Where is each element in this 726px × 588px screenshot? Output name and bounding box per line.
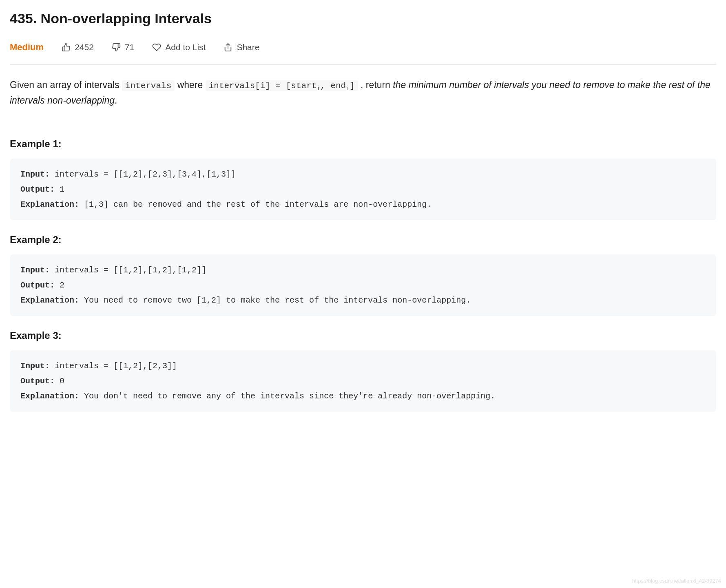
output-label: Output:	[20, 185, 55, 194]
code-intervals-i: intervals[i] = [starti, endi]	[206, 80, 358, 91]
downvote-button[interactable]: 71	[112, 41, 134, 54]
problem-statement: Given an array of intervals intervals wh…	[10, 78, 716, 108]
thumbs-down-icon	[112, 43, 121, 52]
add-to-list-label: Add to List	[165, 41, 206, 54]
share-label: Share	[237, 41, 259, 54]
heart-icon	[152, 43, 161, 52]
input-value: intervals = [[1,2],[2,3],[3,4],[1,3]]	[50, 170, 236, 179]
share-button[interactable]: Share	[224, 41, 259, 54]
input-value: intervals = [[1,2],[1,2],[1,2]]	[50, 265, 206, 275]
example-block-1: Input: intervals = [[1,2],[2,3],[3,4],[1…	[10, 159, 716, 220]
input-label: Input:	[20, 265, 50, 275]
meta-row: Medium 2452 71 Add to List Share	[10, 40, 716, 65]
explanation-label: Explanation:	[20, 200, 79, 209]
thumbs-up-icon	[62, 43, 71, 52]
problem-mid1: where	[175, 80, 205, 90]
output-value: 1	[55, 185, 64, 194]
explanation-value: [1,3] can be removed and the rest of the…	[79, 200, 432, 209]
output-value: 0	[55, 376, 64, 386]
explanation-label: Explanation:	[20, 391, 79, 401]
share-icon	[224, 43, 232, 52]
upvote-button[interactable]: 2452	[62, 41, 94, 54]
example-block-3: Input: intervals = [[1,2],[2,3]] Output:…	[10, 350, 716, 412]
example-heading-3: Example 3:	[10, 328, 716, 343]
output-label: Output:	[20, 376, 55, 386]
output-value: 2	[55, 281, 64, 290]
problem-end: .	[115, 95, 117, 106]
output-label: Output:	[20, 281, 55, 290]
input-value: intervals = [[1,2],[2,3]]	[50, 361, 177, 371]
code-intervals: intervals	[122, 80, 175, 91]
problem-lead: Given an array of intervals	[10, 80, 122, 90]
input-label: Input:	[20, 170, 50, 179]
problem-mid2: , return	[358, 80, 393, 90]
example-heading-1: Example 1:	[10, 137, 716, 151]
downvote-count: 71	[125, 41, 134, 54]
problem-title: 435. Non-overlapping Intervals	[10, 8, 716, 29]
add-to-list-button[interactable]: Add to List	[152, 41, 206, 54]
explanation-label: Explanation:	[20, 296, 79, 305]
example-block-2: Input: intervals = [[1,2],[1,2],[1,2]] O…	[10, 254, 716, 316]
example-heading-2: Example 2:	[10, 232, 716, 247]
explanation-value: You need to remove two [1,2] to make the…	[79, 296, 471, 305]
upvote-count: 2452	[75, 41, 94, 54]
explanation-value: You don't need to remove any of the inte…	[79, 391, 495, 401]
difficulty-badge: Medium	[10, 40, 44, 54]
input-label: Input:	[20, 361, 50, 371]
